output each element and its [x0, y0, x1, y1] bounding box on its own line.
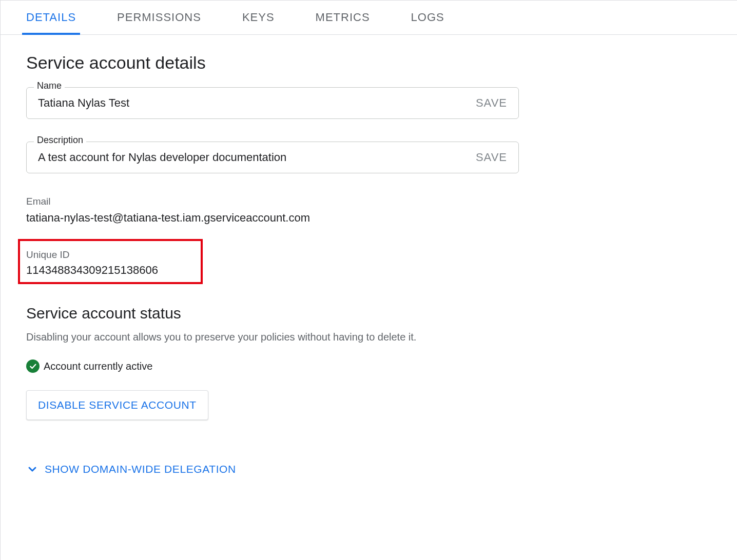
show-domain-wide-delegation-toggle[interactable]: SHOW DOMAIN-WIDE DELEGATION: [26, 463, 519, 475]
status-heading: Service account status: [26, 305, 519, 322]
details-heading: Service account details: [26, 53, 519, 73]
tab-permissions[interactable]: PERMISSIONS: [117, 1, 201, 34]
tab-bar: DETAILS PERMISSIONS KEYS METRICS LOGS: [1, 1, 737, 35]
name-save-button[interactable]: SAVE: [476, 96, 507, 110]
name-field-box: Name SAVE: [26, 87, 519, 119]
tab-metrics[interactable]: METRICS: [316, 1, 370, 34]
disable-service-account-button[interactable]: DISABLE SERVICE ACCOUNT: [26, 390, 208, 420]
domain-wide-delegation-label: SHOW DOMAIN-WIDE DELEGATION: [45, 463, 236, 475]
tab-keys[interactable]: KEYS: [242, 1, 275, 34]
tab-logs[interactable]: LOGS: [411, 1, 444, 34]
page-root: DETAILS PERMISSIONS KEYS METRICS LOGS Se…: [0, 0, 737, 560]
email-label: Email: [26, 196, 519, 207]
status-helper-text: Disabling your account allows you to pre…: [26, 331, 519, 343]
description-save-button[interactable]: SAVE: [476, 151, 507, 164]
status-active-text: Account currently active: [44, 361, 152, 372]
description-field-box: Description SAVE: [26, 142, 519, 173]
unique-id-highlight: Unique ID 114348834309215138606: [18, 239, 203, 284]
unique-id-label: Unique ID: [26, 249, 195, 261]
tab-details[interactable]: DETAILS: [26, 1, 76, 34]
name-field-label: Name: [34, 81, 65, 91]
status-row: Account currently active: [26, 359, 519, 373]
unique-id-value: 114348834309215138606: [26, 264, 195, 277]
description-field-label: Description: [34, 135, 86, 146]
email-value: tatiana-nylas-test@tatiana-test.iam.gser…: [26, 211, 519, 225]
check-circle-icon: [26, 359, 40, 373]
content-area: Service account details Name SAVE Descri…: [1, 35, 545, 501]
name-input[interactable]: [38, 96, 476, 110]
chevron-down-icon: [26, 463, 38, 475]
description-input[interactable]: [38, 151, 476, 164]
email-block: Email tatiana-nylas-test@tatiana-test.ia…: [26, 196, 519, 225]
